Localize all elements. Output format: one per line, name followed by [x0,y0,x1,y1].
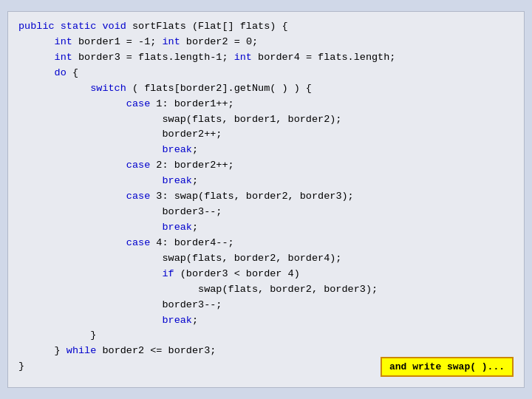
annotation-box: and write swap( )... [381,357,514,377]
code-block: public static void sortFlats (Flat[] fla… [18,19,514,375]
annotation-text: and write swap( )... [389,361,505,372]
code-container: public static void sortFlats (Flat[] fla… [7,11,525,388]
